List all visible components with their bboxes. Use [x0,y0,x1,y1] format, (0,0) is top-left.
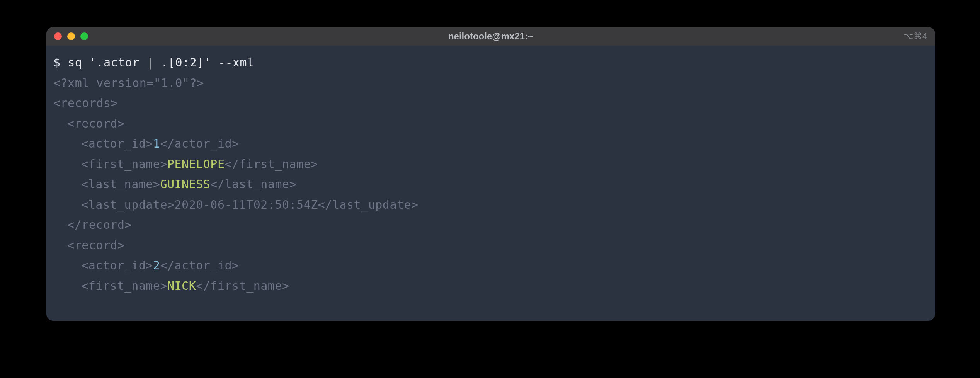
last-name-value: GUINESS [160,177,210,191]
last-name-open: <last_name> [81,177,160,191]
first-name-open: <first_name> [81,157,167,171]
traffic-lights [54,32,88,40]
first-name-value: NICK [167,279,196,293]
last-update-value: 2020-06-11T02:50:54Z [175,198,318,211]
maximize-button[interactable] [80,32,88,40]
titlebar-shortcut-indicator: ⌥⌘4 [903,31,927,41]
terminal-body[interactable]: $ sq '.actor | .[0:2]' --xml <?xml versi… [46,46,935,303]
titlebar[interactable]: neilotoole@mx21:~ ⌥⌘4 [46,27,935,46]
command-text: sq '.actor | .[0:2]' --xml [68,56,254,69]
actor-id-open: <actor_id> [81,259,153,272]
first-name-open: <first_name> [81,279,167,293]
first-name-close: </first_name> [225,157,318,171]
actor-id-value: 1 [153,137,160,150]
last-name-close: </last_name> [210,177,296,191]
first-name-close: </first_name> [196,279,289,293]
record-close-tag: </record> [67,218,132,232]
actor-id-close: </actor_id> [160,259,239,272]
minimize-button[interactable] [67,32,75,40]
first-name-value: PENELOPE [167,157,225,171]
terminal-window: neilotoole@mx21:~ ⌥⌘4 $ sq '.actor | .[0… [46,27,935,321]
records-open-tag: <records> [53,96,118,110]
prompt-symbol: $ [53,56,61,69]
record-open-tag: <record> [67,117,125,130]
actor-id-value: 2 [153,259,160,272]
actor-id-open: <actor_id> [81,137,153,150]
close-button[interactable] [54,32,62,40]
xml-declaration: <?xml version="1.0"?> [53,76,204,90]
actor-id-close: </actor_id> [160,137,239,150]
last-update-close: </last_update> [318,198,419,211]
window-title: neilotoole@mx21:~ [448,31,533,42]
record-open-tag: <record> [67,238,125,252]
last-update-open: <last_update> [81,198,174,211]
